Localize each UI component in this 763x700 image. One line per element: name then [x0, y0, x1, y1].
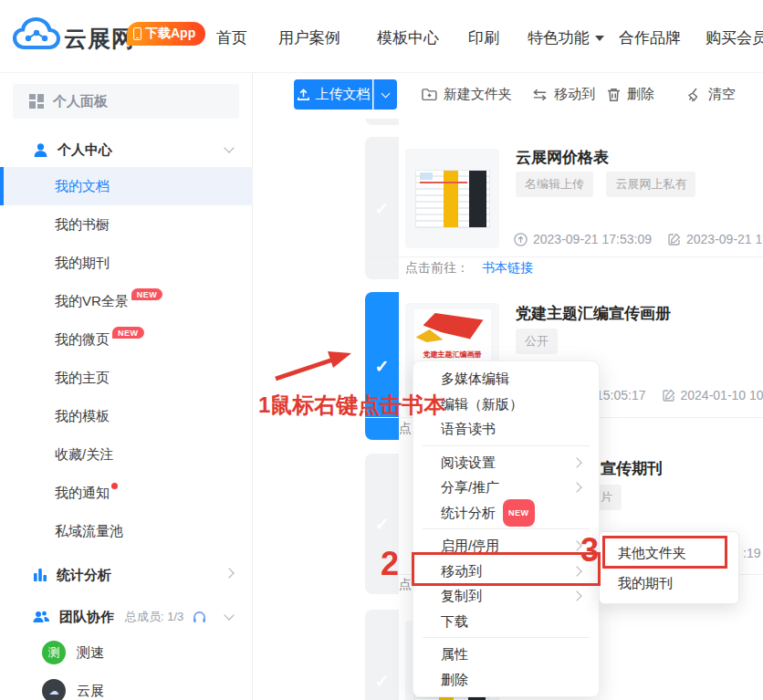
- menu-divider: [423, 637, 590, 638]
- sidebar-item-label: 我的通知: [55, 485, 110, 502]
- check-icon: [375, 198, 390, 219]
- menu-item-label: 语音读书: [441, 421, 496, 436]
- menu-item-label: 编辑（新版）: [441, 396, 523, 412]
- date-row: :19: [743, 546, 760, 560]
- sidebar-section-personal-center[interactable]: 个人中心: [0, 133, 253, 166]
- menu-item-properties[interactable]: 属性: [413, 642, 599, 667]
- sidebar-item-label: 收藏/关注: [55, 446, 113, 464]
- sidebar-item-my-documents[interactable]: 我的文档: [0, 167, 253, 205]
- new-folder-button[interactable]: 新建文件夹: [422, 79, 512, 110]
- personal-center-label: 个人中心: [57, 141, 112, 159]
- sidebar-item-my-templates[interactable]: 我的模板: [0, 397, 253, 435]
- nav-item-print[interactable]: 印刷: [468, 27, 499, 48]
- menu-item-share-promote[interactable]: 分享/推广: [413, 475, 599, 500]
- menu-item-label: 多媒体编辑: [441, 371, 509, 386]
- menu-item-multimedia-edit[interactable]: 多媒体编辑: [413, 366, 599, 392]
- tag-editor-upload: 名编辑上传: [516, 172, 593, 197]
- document-title-fragment[interactable]: 宣传期刊: [601, 458, 663, 479]
- sidebar-item-label: 我的书橱: [55, 216, 110, 234]
- sidebar-item-notifications[interactable]: 我的通知: [0, 474, 253, 512]
- sidebar-item-my-bookshelf[interactable]: 我的书橱: [0, 205, 253, 244]
- document-title[interactable]: 党建主题汇编宣传画册: [516, 303, 671, 324]
- upload-time: 2023-09-21 17:53:09: [533, 232, 652, 246]
- menu-divider: [423, 528, 590, 529]
- edit-time: 2024-01-10 10:43: [681, 388, 763, 402]
- edit-time-icon: [663, 389, 675, 402]
- sidebar-item-label: 我的微页: [55, 331, 110, 349]
- menu-divider: [423, 445, 590, 446]
- brand-logo-text[interactable]: 云展网: [64, 24, 135, 54]
- nav-item-partners[interactable]: 合作品牌: [619, 27, 681, 48]
- nav-item-cases[interactable]: 用户案例: [278, 27, 340, 48]
- annotation-step3-number: 3: [580, 534, 599, 567]
- chevron-down-icon: [224, 142, 234, 152]
- nav-item-templates[interactable]: 模板中心: [377, 27, 439, 48]
- book-link[interactable]: 书本链接: [482, 260, 533, 277]
- edit-time-fragment: :19: [743, 546, 760, 560]
- edit-time: 2023-09-21 17:56: [686, 232, 763, 246]
- annotation-rect-move-to: [412, 552, 601, 586]
- nav-item-features-label: 特色功能: [528, 29, 590, 47]
- card-checkbox[interactable]: [365, 610, 399, 700]
- menu-item-voice-reading[interactable]: 语音读书: [413, 416, 599, 442]
- sidebar-item-favorites[interactable]: 收藏/关注: [0, 435, 253, 474]
- sidebar-section-team[interactable]: 团队协作 总成员: 1/3: [0, 601, 253, 633]
- delete-label: 删除: [627, 86, 654, 103]
- upload-time-icon: [514, 233, 528, 246]
- upload-document-button[interactable]: 上传文档: [294, 79, 372, 110]
- folder-plus-icon: [422, 88, 437, 101]
- menu-item-statistics[interactable]: 统计分析NEW: [413, 500, 599, 526]
- document-card-pricelist[interactable]: 云展网价格表 名编辑上传 云展网上私有 2023-09-21 17:53:09 …: [365, 137, 763, 279]
- sidebar-item-label: 我的主页: [55, 370, 110, 387]
- sidebar-item-private-traffic[interactable]: 私域流量池: [0, 512, 253, 550]
- download-app-badge[interactable]: 下载App: [127, 22, 205, 46]
- top-navigation: 云展网 下载App 首页 用户案例 模板中心 印刷 特色功能 合作品牌 购买会员: [0, 0, 763, 73]
- member-name: 云展: [77, 683, 104, 700]
- menu-item-download[interactable]: 下载: [413, 609, 599, 634]
- chevron-right-icon: [224, 568, 234, 578]
- chevron-down-icon: [382, 89, 391, 98]
- check-icon: [375, 671, 390, 692]
- tag-row: 名编辑上传 云展网上私有: [516, 172, 705, 197]
- sidebar-item-my-journals[interactable]: 我的期刊: [0, 244, 253, 282]
- team-member-yunzhan[interactable]: ☁ 云展: [0, 674, 253, 700]
- menu-item-delete[interactable]: 删除: [413, 667, 599, 693]
- annotation-step2-number: 2: [381, 548, 399, 580]
- member-name: 测速: [77, 644, 104, 662]
- sidebar-section-statistics[interactable]: 统计分析: [0, 559, 253, 591]
- sidebar-item-personal-panel[interactable]: 个人面板: [13, 84, 239, 119]
- submenu-item-my-journals[interactable]: 我的期刊: [600, 568, 738, 598]
- clear-broom-icon: [687, 88, 702, 102]
- delete-button[interactable]: 删除: [607, 79, 654, 110]
- phone-icon: [133, 27, 141, 40]
- new-badge: NEW: [112, 327, 144, 339]
- statistics-label: 统计分析: [57, 567, 111, 584]
- menu-item-label: 统计分析: [441, 505, 496, 520]
- menu-item-copy-to[interactable]: 复制到: [413, 583, 599, 609]
- upload-icon: [297, 88, 310, 101]
- menu-item-reading-settings[interactable]: 阅读设置: [413, 450, 599, 475]
- chevron-down-icon: [224, 610, 234, 620]
- move-to-button[interactable]: 移动到: [532, 79, 595, 110]
- new-folder-label: 新建文件夹: [444, 86, 512, 103]
- team-member-cesu[interactable]: 测 测速: [0, 635, 253, 670]
- clear-button[interactable]: 清空: [687, 79, 736, 110]
- chevron-right-icon: [571, 457, 581, 467]
- document-title[interactable]: 云展网价格表: [516, 147, 609, 168]
- goto-label-fragment: 点: [399, 577, 412, 593]
- document-thumbnail[interactable]: [405, 149, 499, 248]
- date-row: 2023-09-21 17:53:09 2023-09-21 17:56: [514, 232, 763, 246]
- notification-dot: [111, 483, 118, 489]
- team-icon: [33, 610, 50, 624]
- sidebar-item-my-homepage[interactable]: 我的主页: [0, 359, 253, 397]
- nav-item-membership[interactable]: 购买会员: [706, 27, 763, 48]
- sidebar-item-my-vr[interactable]: 我的VR全景NEW: [0, 282, 253, 320]
- sidebar-item-my-micropage[interactable]: 我的微页NEW: [0, 320, 253, 359]
- move-to-label: 移动到: [554, 86, 595, 103]
- card-footer: 点击前往： 书本链接: [365, 256, 763, 279]
- nav-item-features[interactable]: 特色功能: [528, 27, 604, 48]
- nav-item-home[interactable]: 首页: [216, 27, 247, 48]
- upload-dropdown-button[interactable]: [373, 79, 397, 110]
- headphones-icon: [193, 611, 206, 623]
- sidebar-item-label: 我的文档: [55, 178, 110, 195]
